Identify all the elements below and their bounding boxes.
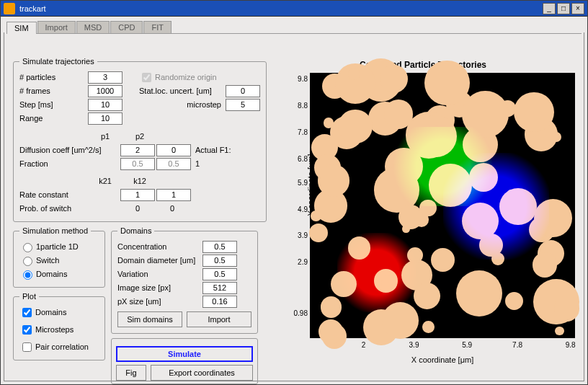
diffusion-p2-input[interactable] [156, 144, 191, 156]
microstep-label: microstep [139, 100, 226, 109]
tab-cpd[interactable]: CPD [110, 21, 143, 33]
nframes-input[interactable] [88, 85, 122, 97]
randomize-origin-checkbox [142, 73, 151, 82]
y-tick: 0.98 [286, 309, 308, 317]
nframes-label: # frames [19, 87, 88, 95]
domain-blob [318, 164, 349, 196]
plot-domains-checkbox[interactable] [22, 308, 32, 317]
px-size-label: pX size [um] [117, 297, 202, 306]
domain-blob [414, 283, 440, 309]
plot-options-group: Plot Domains Microsteps Pair correlation [13, 292, 105, 360]
k12-header: k12 [122, 177, 157, 185]
method-1particle1d-radio[interactable] [23, 243, 32, 252]
actual-f1-value: 1 [195, 159, 200, 168]
domain-diameter-label: Domain diameter [um] [117, 256, 202, 265]
domain-blob [422, 321, 435, 333]
domain-blob [318, 319, 343, 344]
close-button[interactable]: × [571, 3, 584, 14]
content-area: SIM Import MSD CPD FIT Simulate trajecto… [1, 17, 587, 384]
tab-fit[interactable]: FIT [143, 21, 172, 33]
y-tick: 5.9 [286, 178, 308, 186]
px-size-input[interactable] [202, 296, 237, 308]
x-tick: 2 [362, 341, 366, 349]
concentration-input[interactable] [202, 241, 237, 253]
y-tick: 3.9 [286, 231, 308, 239]
nparticles-input[interactable] [88, 71, 122, 84]
statloc-label: Stat.loc. uncert. [um] [139, 87, 226, 95]
rate-k12-input[interactable] [156, 189, 191, 201]
sim-domains-button[interactable]: Sim domains [117, 311, 182, 327]
microstep-input[interactable] [226, 99, 260, 111]
app-window: trackart _ □ × SIM Import MSD CPD FIT Si… [0, 0, 588, 385]
domain-diameter-input[interactable] [202, 255, 237, 267]
domain-blob [514, 92, 554, 133]
k21-header: k21 [88, 177, 122, 185]
diffusion-label: Diffusion coeff [um^2/s] [19, 146, 120, 154]
maximize-button[interactable]: □ [557, 3, 570, 14]
plot-paircorr-checkbox[interactable] [22, 342, 32, 352]
simulate-button[interactable]: Simulate [116, 346, 253, 362]
rate-k21-input[interactable] [120, 189, 155, 201]
simulation-method-group: Simulation method 1particle 1D Switch Do… [13, 226, 105, 288]
export-coordinates-button[interactable]: Export coordinates [151, 365, 253, 381]
variation-input[interactable] [202, 268, 237, 280]
y-tick: 6.8 [286, 154, 308, 162]
domains-group: Domains Concentration Domain diameter [u… [111, 226, 258, 334]
range-label: Range [19, 114, 88, 123]
fraction-p2-input [156, 158, 191, 170]
x-tick: 3.9 [409, 341, 419, 349]
domain-blob [311, 211, 321, 221]
method-legend: Simulation method [19, 226, 91, 235]
domains-legend: Domains [117, 226, 154, 235]
concentration-label: Concentration [117, 242, 202, 251]
fig-button[interactable]: Fig [116, 365, 146, 381]
y-tick: 2.9 [286, 258, 308, 266]
method-domains-label: Domains [36, 270, 67, 278]
prob-switch-k21: 0 [120, 204, 155, 213]
domain-blob [384, 99, 413, 128]
tab-import[interactable]: Import [37, 21, 76, 33]
y-tick: 4.9 [286, 205, 308, 213]
actions-group: Simulate Fig Export coordinates [111, 338, 258, 384]
plot-legend: Plot [19, 292, 39, 301]
diffusion-p1-input[interactable] [120, 144, 155, 156]
method-domains-radio[interactable] [23, 270, 32, 280]
plot-domains-label: Domains [35, 308, 66, 317]
image-size-input[interactable] [202, 282, 237, 294]
actual-f1-label: Actual F1: [195, 146, 231, 154]
domain-blob [505, 292, 523, 310]
x-tick: 9.8 [566, 341, 576, 349]
range-input[interactable] [88, 112, 122, 125]
tab-panel-sim: Simulate trajectories # particles # fram… [4, 32, 584, 381]
plot-microsteps-checkbox[interactable] [22, 325, 32, 335]
y-tick: 9.8 [286, 75, 308, 83]
method-switch-radio[interactable] [23, 257, 32, 266]
domain-blob [555, 327, 564, 336]
minimize-button[interactable]: _ [543, 3, 556, 14]
domain-blob [554, 296, 579, 321]
domain-blob [456, 270, 502, 317]
x-axis-label: X coordinate [μm] [310, 355, 575, 364]
step-label: Step [ms] [19, 100, 88, 109]
prob-switch-k12: 0 [155, 204, 190, 213]
p2-header: p2 [122, 132, 157, 141]
app-icon [4, 3, 15, 14]
variation-label: Variation [117, 270, 202, 278]
tab-msd[interactable]: MSD [76, 21, 110, 33]
x-tick: 5.9 [462, 341, 472, 349]
rate-constant-label: Rate constant [19, 190, 120, 199]
sim-traj-legend: Simulate trajectories [19, 57, 97, 66]
import-domains-button[interactable]: Import [187, 311, 251, 327]
p1-header: p1 [88, 132, 122, 141]
y-tick: 8.8 [286, 102, 308, 110]
plot-axes: Y coordinate [μm] 0.982.93.94.95.96.87.8… [310, 73, 575, 338]
image-size-label: Image size [px] [117, 283, 202, 292]
step-input[interactable] [88, 99, 122, 111]
window-title: trackart [19, 4, 46, 13]
trajectory [443, 153, 549, 259]
method-switch-label: Switch [36, 256, 59, 265]
domain-blob [324, 118, 334, 128]
domain-blob [309, 224, 329, 243]
trajectory [337, 233, 416, 312]
statloc-input[interactable] [226, 85, 260, 97]
